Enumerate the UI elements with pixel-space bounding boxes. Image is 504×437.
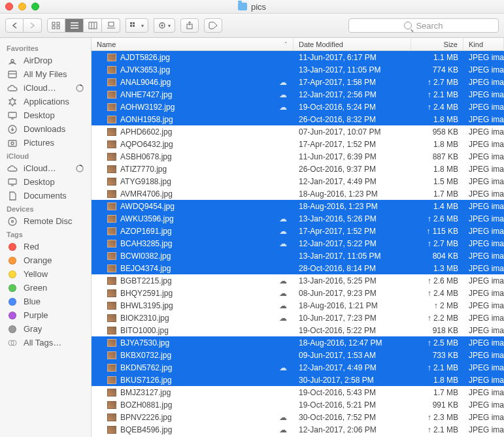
file-size: 1.8 MB bbox=[411, 140, 463, 149]
sidebar-item[interactable]: Applications bbox=[0, 95, 91, 108]
sidebar-item[interactable]: All Tags… bbox=[0, 336, 91, 349]
file-row[interactable]: BCWI0382.jpg13-Jan-2017, 11:05 PM804 KBJ… bbox=[92, 250, 504, 262]
file-size: 1.5 MB bbox=[411, 177, 463, 186]
file-row[interactable]: BHWL3195.jpg☁18-Aug-2016, 1:21 PM↑ 2 MBJ… bbox=[92, 299, 504, 312]
view-coverflow-button[interactable] bbox=[102, 18, 120, 33]
file-row[interactable]: ANHE7427.jpg☁12-Jan-2017, 2:56 PM↑ 2.1 M… bbox=[92, 88, 504, 101]
file-row[interactable]: AOHW3192.jpg☁19-Oct-2016, 5:24 PM↑ 2.4 M… bbox=[92, 101, 504, 113]
sidebar-item-label: Green bbox=[24, 283, 47, 293]
file-row[interactable]: BOZH0881.jpg19-Oct-2016, 5:21 PM991 KBJP… bbox=[92, 398, 504, 411]
file-thumbnail-icon bbox=[107, 364, 116, 372]
file-kind: JPEG image bbox=[463, 202, 504, 211]
file-size: 1.1 MB bbox=[411, 53, 463, 62]
file-thumbnail-icon bbox=[107, 413, 116, 421]
file-row[interactable]: BPNV2226.jpg☁30-Oct-2016, 7:52 PM↑ 2.3 M… bbox=[92, 411, 504, 423]
sidebar-item-label: Documents bbox=[24, 191, 67, 201]
file-row[interactable]: AJDT5826.jpg11-Jun-2017, 6:17 PM1.1 MBJP… bbox=[92, 51, 504, 63]
sidebar-item[interactable]: AirDrop bbox=[0, 54, 91, 67]
file-row[interactable]: BIOK2310.jpg☁10-Jun-2017, 7:23 PM↑ 2.2 M… bbox=[92, 312, 504, 324]
view-columns-button[interactable] bbox=[84, 18, 102, 33]
file-row[interactable]: BCAH3285.jpg☁12-Jan-2017, 5:22 PM↑ 2.7 M… bbox=[92, 237, 504, 250]
cloud-icon: ☁ bbox=[278, 90, 288, 99]
file-row[interactable]: AVMR4706.jpg18-Aug-2016, 1:23 PM1.7 MBJP… bbox=[92, 187, 504, 200]
file-row[interactable]: BGBT2215.jpg☁13-Jan-2016, 5:25 PM↑ 2.6 M… bbox=[92, 274, 504, 287]
sidebar-item[interactable]: iCloud… bbox=[0, 81, 91, 95]
file-row[interactable]: AQPO6432.jpg17-Apr-2017, 1:52 PM1.8 MBJP… bbox=[92, 138, 504, 150]
column-size[interactable]: Size bbox=[411, 38, 463, 50]
view-list-button[interactable] bbox=[65, 18, 84, 33]
share-button[interactable] bbox=[180, 18, 199, 33]
sidebar-header: Devices bbox=[0, 202, 91, 214]
column-name[interactable]: Name˄ bbox=[92, 38, 294, 50]
forward-button[interactable] bbox=[24, 18, 42, 33]
sidebar-item[interactable]: Yellow bbox=[0, 267, 91, 281]
file-kind: JPEG image bbox=[463, 103, 504, 112]
file-name: BEJO4374.jpg bbox=[120, 264, 171, 273]
arrange-button[interactable]: ▾ bbox=[126, 18, 148, 33]
sidebar-item-label: Remote Disc bbox=[24, 216, 72, 226]
sidebar-item[interactable]: Desktop bbox=[0, 108, 91, 122]
file-row[interactable]: BMJZ3127.jpg19-Oct-2016, 5:43 PM1.7 MBJP… bbox=[92, 386, 504, 398]
file-name: BITO1000.jpg bbox=[120, 326, 169, 335]
file-size: 804 KB bbox=[411, 251, 463, 261]
sidebar-item[interactable]: Desktop bbox=[0, 175, 91, 189]
file-row[interactable]: BEJO4374.jpg28-Oct-2016, 8:14 PM1.3 MBJP… bbox=[92, 262, 504, 274]
sidebar-item[interactable]: Blue bbox=[0, 295, 91, 308]
file-thumbnail-icon bbox=[107, 178, 116, 186]
file-row[interactable]: AWDQ9454.jpg18-Aug-2016, 1:23 PM1.4 MBJP… bbox=[92, 200, 504, 212]
file-row[interactable]: BKUS7126.jpg30-Jul-2017, 2:58 PM1.8 MBJP… bbox=[92, 374, 504, 386]
sidebar-item[interactable]: Downloads bbox=[0, 122, 91, 136]
sidebar-item[interactable]: Red bbox=[0, 240, 91, 253]
svg-rect-15 bbox=[133, 25, 135, 27]
file-name: ANAL9046.jpg bbox=[120, 78, 171, 87]
action-button[interactable]: ▾ bbox=[154, 18, 175, 33]
file-row[interactable]: ANAL9046.jpg☁17-Apr-2017, 1:58 PM↑ 2.7 M… bbox=[92, 76, 504, 88]
file-row[interactable]: BJYA7530.jpg18-Aug-2016, 12:47 PM↑ 2.5 M… bbox=[92, 336, 504, 349]
file-size: 733 KB bbox=[411, 351, 463, 360]
file-thumbnail-icon bbox=[107, 327, 116, 334]
file-row[interactable]: ASBH0678.jpg11-Jun-2017, 6:39 PM887 KBJP… bbox=[92, 150, 504, 163]
file-size: ↑ 2.6 MB bbox=[411, 276, 463, 285]
file-rows[interactable]: AJDT5826.jpg11-Jun-2017, 6:17 PM1.1 MBJP… bbox=[92, 51, 504, 437]
view-icons-button[interactable] bbox=[47, 18, 65, 33]
file-date: 28-Oct-2016, 8:14 PM bbox=[294, 264, 411, 273]
close-button[interactable] bbox=[5, 3, 13, 10]
file-date: 08-Jun-2017, 9:23 PM bbox=[294, 289, 411, 298]
sidebar-item[interactable]: All My Files bbox=[0, 67, 91, 81]
file-row[interactable]: BHQY2591.jpg☁08-Jun-2017, 9:23 PM↑ 2.4 M… bbox=[92, 287, 504, 299]
sidebar-item[interactable]: Documents bbox=[0, 189, 91, 202]
file-row[interactable]: ATIZ7770.jpg26-Oct-2016, 9:37 PM1.8 MBJP… bbox=[92, 163, 504, 175]
tags-button[interactable] bbox=[204, 18, 222, 33]
file-row[interactable]: AZOP1691.jpg☁17-Apr-2017, 1:52 PM↑ 115 K… bbox=[92, 225, 504, 237]
search-input[interactable]: Search bbox=[348, 18, 499, 33]
sidebar-item[interactable]: Purple bbox=[0, 308, 91, 322]
file-row[interactable]: ATYG9188.jpg12-Jan-2017, 4:49 PM1.5 MBJP… bbox=[92, 175, 504, 187]
file-size: ↑ 2.4 MB bbox=[411, 103, 463, 112]
cloud-icon: ☁ bbox=[278, 214, 288, 223]
file-row[interactable]: BKBX0732.jpg09-Jun-2017, 1:53 AM733 KBJP… bbox=[92, 349, 504, 361]
column-kind[interactable]: Kind bbox=[463, 38, 504, 50]
file-row[interactable]: BKDN5762.jpg☁12-Jan-2017, 4:49 PM↑ 2.1 M… bbox=[92, 361, 504, 374]
file-thumbnail-icon bbox=[107, 165, 116, 173]
svg-rect-20 bbox=[8, 71, 16, 78]
sidebar-item[interactable]: Green bbox=[0, 281, 91, 295]
sidebar-item[interactable]: Pictures bbox=[0, 136, 91, 150]
minimize-button[interactable] bbox=[18, 3, 26, 10]
column-date[interactable]: Date Modified bbox=[294, 38, 411, 50]
file-row[interactable]: BQEB4596.jpg☁12-Jan-2017, 2:06 PM↑ 2.1 M… bbox=[92, 423, 504, 436]
file-thumbnail-icon bbox=[107, 91, 116, 99]
sidebar-item[interactable]: Orange bbox=[0, 253, 91, 267]
svg-rect-1 bbox=[57, 22, 59, 25]
sidebar-item[interactable]: Remote Disc bbox=[0, 214, 91, 228]
file-row[interactable]: APHD6602.jpg07-Jun-2017, 10:07 PM958 KBJ… bbox=[92, 125, 504, 138]
back-button[interactable] bbox=[5, 18, 24, 33]
tag-icon bbox=[7, 256, 18, 265]
file-row[interactable]: AJVK3653.jpg13-Jan-2017, 11:05 PM774 KBJ… bbox=[92, 63, 504, 76]
sidebar-item[interactable]: Gray bbox=[0, 322, 91, 336]
file-row[interactable]: AWKU3596.jpg☁13-Jan-2016, 5:26 PM↑ 2.6 M… bbox=[92, 212, 504, 225]
sidebar-item[interactable]: iCloud… bbox=[0, 161, 91, 175]
file-row[interactable]: BITO1000.jpg19-Oct-2016, 5:22 PM918 KBJP… bbox=[92, 324, 504, 336]
maximize-button[interactable] bbox=[31, 3, 39, 10]
file-thumbnail-icon bbox=[107, 314, 116, 322]
file-row[interactable]: AONH1958.jpg26-Oct-2016, 8:32 PM1.8 MBJP… bbox=[92, 113, 504, 125]
